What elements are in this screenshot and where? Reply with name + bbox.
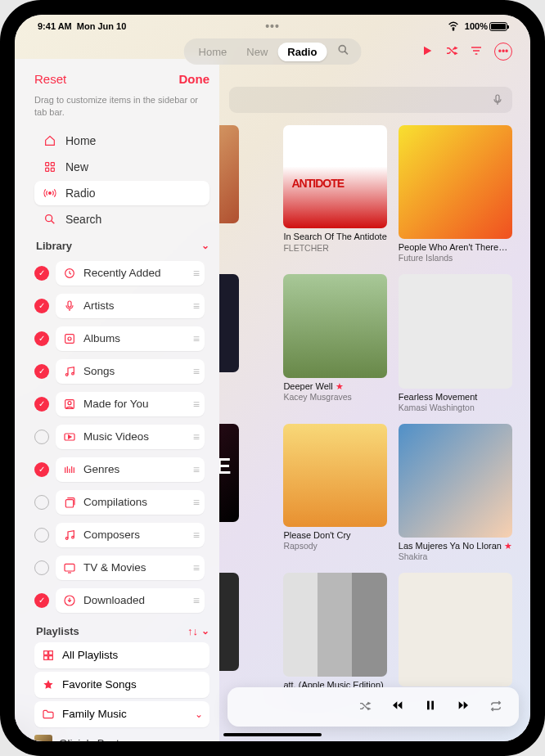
- playlist-item[interactable]: Favorite Songs: [34, 672, 209, 698]
- chevron-down-icon: ⌄: [201, 240, 209, 251]
- player-prev-button[interactable]: [391, 699, 404, 715]
- more-icon[interactable]: •••: [494, 43, 512, 61]
- album-cell[interactable]: Chopin: Études, Op. 10 &… Yunchan Lim: [399, 573, 512, 694]
- library-item-genre[interactable]: ✓ Genres ≡: [34, 453, 209, 486]
- album-cell[interactable]: Deeper Well ★ Kacey Musgraves: [283, 274, 386, 412]
- album-cell[interactable]: att. (Apple Music Edition) Young Miko: [283, 573, 386, 694]
- album-art[interactable]: [399, 125, 512, 239]
- mic-icon[interactable]: [491, 93, 504, 106]
- multitask-dots[interactable]: •••: [265, 20, 280, 33]
- play-icon[interactable]: [421, 44, 434, 60]
- grip-icon[interactable]: ≡: [193, 463, 198, 476]
- grip-icon[interactable]: ≡: [193, 561, 198, 574]
- checkbox-icon[interactable]: [34, 560, 49, 575]
- sort-icon[interactable]: ↑↓: [187, 625, 198, 637]
- svg-rect-18: [65, 499, 73, 506]
- grip-icon[interactable]: ≡: [193, 496, 198, 509]
- album-art[interactable]: VE: [219, 424, 239, 522]
- grip-icon[interactable]: ≡: [193, 398, 198, 411]
- album-cell[interactable]: ANTIDOTE In Search Of The Antidote FLETC…: [283, 125, 386, 263]
- library-item-composer[interactable]: Composers ≡: [34, 519, 209, 551]
- grip-icon[interactable]: ≡: [193, 365, 198, 378]
- album-cell[interactable]: Please Don't Cry Rapsody: [283, 424, 386, 561]
- playlist-item[interactable]: Family Music⌄: [34, 701, 209, 727]
- done-button[interactable]: Done: [179, 72, 210, 86]
- checkbox-icon[interactable]: ✓: [34, 299, 49, 313]
- sidebar-item-new[interactable]: New: [34, 155, 209, 179]
- album-art[interactable]: [283, 274, 386, 377]
- player-next-button[interactable]: [457, 699, 470, 715]
- home-indicator[interactable]: [223, 733, 322, 736]
- checkbox-icon[interactable]: ✓: [34, 266, 49, 281]
- album-art[interactable]: [399, 274, 512, 388]
- checkbox-icon[interactable]: ✓: [34, 462, 49, 477]
- album-cell[interactable]: VE e: NYE 20…: [219, 424, 239, 561]
- album-cell[interactable]: [219, 125, 239, 263]
- sidebar-item-radio[interactable]: Radio: [34, 181, 209, 205]
- checkbox-icon[interactable]: [34, 528, 49, 542]
- album-art[interactable]: [283, 573, 386, 676]
- library-item-mic[interactable]: ✓ Artists ≡: [34, 290, 209, 322]
- album-art[interactable]: [283, 424, 386, 527]
- album-art[interactable]: ANTIDOTE: [283, 125, 386, 228]
- grip-icon[interactable]: ≡: [193, 430, 198, 443]
- player-repeat-button[interactable]: [489, 700, 502, 715]
- svg-rect-11: [65, 334, 74, 343]
- playlist-item[interactable]: Olivia's Best: [34, 731, 209, 741]
- sidebar-item-search[interactable]: Search: [34, 207, 209, 232]
- sidebar-item-home[interactable]: Home: [34, 128, 209, 153]
- album-art[interactable]: THIS IS ME NOW: [219, 274, 239, 372]
- library-item-label: Albums: [83, 332, 120, 344]
- top-bar: Home New Radio •••: [15, 39, 530, 64]
- album-cell[interactable]: Fearless Movement Kamasi Washington: [399, 274, 512, 412]
- grip-icon[interactable]: ≡: [193, 529, 198, 542]
- playlist-item[interactable]: All Playlists: [34, 642, 209, 668]
- album-cell[interactable]: Las Mujeres Ya No Lloran ★ Shakira: [399, 424, 512, 561]
- folder-icon: [41, 708, 56, 721]
- player-pause-button[interactable]: [424, 699, 437, 715]
- note-icon: [62, 365, 77, 378]
- grip-icon[interactable]: ≡: [193, 267, 198, 280]
- album-cell[interactable]: s and…: [219, 573, 239, 694]
- album-cell[interactable]: THIS IS ME NOW: [219, 274, 239, 412]
- album-art[interactable]: [219, 125, 239, 223]
- svg-rect-24: [49, 650, 53, 655]
- checkbox-icon[interactable]: ✓: [34, 364, 49, 379]
- reset-button[interactable]: Reset: [34, 72, 66, 86]
- album-cell[interactable]: People Who Aren't There… Future Islands: [399, 125, 512, 263]
- tab-radio[interactable]: Radio: [277, 43, 327, 61]
- library-item-album[interactable]: ✓ Albums ≡: [34, 322, 209, 355]
- tab-home[interactable]: Home: [189, 43, 237, 61]
- album-artist: Shakira: [399, 551, 512, 561]
- grip-icon[interactable]: ≡: [193, 332, 198, 345]
- grip-icon[interactable]: ≡: [193, 594, 198, 607]
- library-item-download[interactable]: ✓ Downloaded ≡: [34, 584, 209, 617]
- filter-icon[interactable]: [470, 44, 483, 60]
- grip-icon[interactable]: ≡: [193, 299, 198, 313]
- album-art[interactable]: [399, 573, 512, 686]
- checkbox-icon[interactable]: ✓: [34, 331, 49, 346]
- library-item-note[interactable]: ✓ Songs ≡: [34, 355, 209, 388]
- library-item-comp[interactable]: Compilations ≡: [34, 486, 209, 519]
- library-header[interactable]: Library⌄: [36, 240, 209, 252]
- chevron-down-icon: ⌄: [195, 709, 203, 720]
- checkbox-icon[interactable]: ✓: [34, 593, 49, 608]
- album-art[interactable]: [399, 424, 512, 538]
- tab-new[interactable]: New: [236, 43, 277, 61]
- album-art[interactable]: [219, 573, 239, 671]
- album-title: People Who Aren't There…: [399, 242, 512, 253]
- svg-point-12: [68, 337, 71, 340]
- checkbox-icon[interactable]: ✓: [34, 397, 49, 412]
- shuffle-icon[interactable]: [445, 44, 458, 60]
- library-item-video[interactable]: Music Videos ≡: [34, 421, 209, 453]
- library-item-tv[interactable]: TV & Movies ≡: [34, 551, 209, 584]
- search-icon[interactable]: [330, 40, 356, 63]
- player-shuffle-button[interactable]: [358, 700, 372, 715]
- main-content: ANTIDOTE In Search Of The Antidote FLETC…: [219, 64, 530, 694]
- checkbox-icon[interactable]: [34, 495, 49, 510]
- library-item-person[interactable]: ✓ Made for You ≡: [34, 388, 209, 421]
- checkbox-icon[interactable]: [34, 430, 49, 444]
- library-item-clock[interactable]: ✓ Recently Added ≡: [34, 257, 209, 290]
- search-field[interactable]: [229, 87, 512, 113]
- playlists-header[interactable]: Playlists↑↓⌄: [36, 625, 209, 637]
